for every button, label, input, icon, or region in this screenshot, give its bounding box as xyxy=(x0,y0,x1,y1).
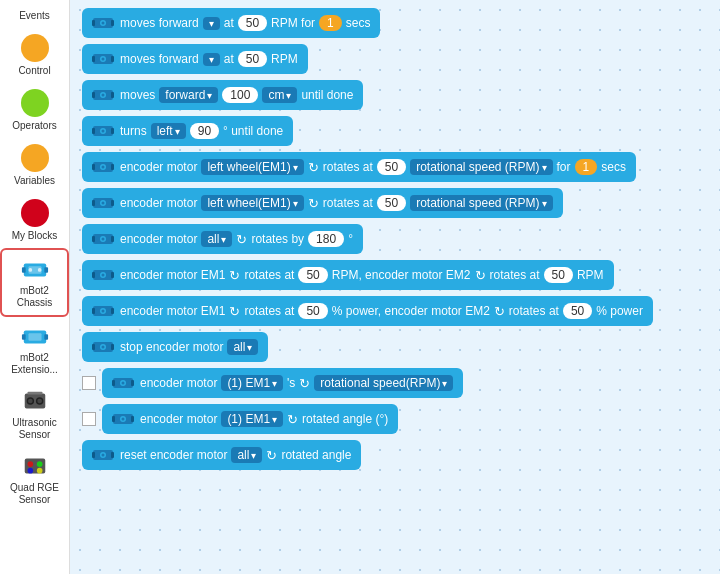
block-encoder-all-rotates[interactable]: encoder motor all ↺ rotates by 180 ° xyxy=(82,224,363,254)
block-text: encoder motor xyxy=(120,160,197,174)
svg-point-80 xyxy=(122,418,125,421)
block-reset-encoder[interactable]: reset encoder motor all ↺ rotated angle xyxy=(82,440,361,470)
block-moves-cm[interactable]: moves forward 100 cm until done xyxy=(82,80,363,110)
value-degrees[interactable]: 90 xyxy=(190,123,219,139)
block-encoder-em1-em2-rpm[interactable]: encoder motor EM1 ↺ rotates at 50 RPM, e… xyxy=(82,260,614,290)
value-rpm-2[interactable]: 50 xyxy=(238,51,267,67)
checkbox-11[interactable] xyxy=(82,376,96,390)
value-speed-8a[interactable]: 50 xyxy=(298,267,327,283)
value-secs-5[interactable]: 1 xyxy=(575,159,598,175)
svg-point-12 xyxy=(28,399,33,404)
block-text: % power, encoder motor EM2 xyxy=(332,304,490,318)
block-text: moves xyxy=(120,88,155,102)
svg-point-20 xyxy=(36,468,42,474)
dropdown-unit-cm[interactable]: cm xyxy=(262,87,297,103)
sidebar-item-label: My Blocks xyxy=(12,230,58,242)
value-secs-1[interactable]: 1 xyxy=(319,15,342,31)
block-moves-forward-rpm-secs[interactable]: moves forward at 50 RPM for 1 secs xyxy=(82,8,380,38)
dropdown-all-7[interactable]: all xyxy=(201,231,232,247)
dropdown-em1-12[interactable]: (1) EM1 xyxy=(221,411,283,427)
mbot2chassis-icon xyxy=(20,256,50,282)
svg-rect-53 xyxy=(111,236,114,242)
rotate-icon-11: ↺ xyxy=(299,376,310,391)
dropdown-direction-1[interactable] xyxy=(203,17,220,30)
svg-point-70 xyxy=(102,346,105,349)
value-power-9a[interactable]: 50 xyxy=(298,303,327,319)
block-row-1: moves forward at 50 RPM for 1 secs xyxy=(82,8,708,38)
dropdown-speed-type-5[interactable]: rotational speed (RPM) xyxy=(410,159,552,175)
block-encoder-wheel[interactable]: encoder motor left wheel(EM1) ↺ rotates … xyxy=(82,188,563,218)
dropdown-em1-11[interactable]: (1) EM1 xyxy=(221,375,283,391)
dropdown-speed-type-11[interactable]: rotational speed(RPM) xyxy=(314,375,453,391)
sidebar-item-quadrgb[interactable]: Quad RGESensor xyxy=(0,447,69,512)
svg-rect-42 xyxy=(92,164,95,170)
sidebar-item-events[interactable]: Events xyxy=(0,4,69,28)
sidebar-item-control[interactable]: Control xyxy=(0,28,69,83)
block-encoder-wheel-secs[interactable]: encoder motor left wheel(EM1) ↺ rotates … xyxy=(82,152,636,182)
svg-point-45 xyxy=(102,166,105,169)
svg-rect-62 xyxy=(92,308,95,314)
svg-rect-77 xyxy=(112,416,115,422)
block-encoder-angle-value[interactable]: encoder motor (1) EM1 ↺ rotated angle (°… xyxy=(102,404,398,434)
value-speed-6[interactable]: 50 xyxy=(377,195,406,211)
svg-rect-23 xyxy=(111,20,114,26)
rotate-icon-6: ↺ xyxy=(308,196,319,211)
svg-rect-68 xyxy=(111,344,114,350)
block-text: 's xyxy=(287,376,295,390)
svg-rect-73 xyxy=(131,380,134,386)
value-power-9b[interactable]: 50 xyxy=(563,303,592,319)
rotate-icon-12: ↺ xyxy=(287,412,298,427)
block-text: % power xyxy=(596,304,643,318)
svg-point-5 xyxy=(37,268,41,272)
svg-point-4 xyxy=(28,268,32,272)
block-encoder-em1-em2-power[interactable]: encoder motor EM1 ↺ rotates at 50 % powe… xyxy=(82,296,653,326)
block-turns[interactable]: turns left 90 ° until done xyxy=(82,116,293,146)
dropdown-wheel-6[interactable]: left wheel(EM1) xyxy=(201,195,303,211)
value-speed-8b[interactable]: 50 xyxy=(544,267,573,283)
sidebar-item-label: Operators xyxy=(12,120,56,132)
sidebar: Events Control Operators Variables My Bl… xyxy=(0,0,70,574)
sidebar-item-variables[interactable]: Variables xyxy=(0,138,69,193)
block-text: RPM for xyxy=(271,16,315,30)
block-text: reset encoder motor xyxy=(120,448,227,462)
sidebar-item-mbot2extension[interactable]: mBot2Extensio... xyxy=(0,317,69,382)
myblocks-icon xyxy=(21,199,49,227)
svg-rect-72 xyxy=(112,380,115,386)
block-moves-forward-rpm[interactable]: moves forward at 50 RPM xyxy=(82,44,308,74)
sidebar-item-ultrasonic[interactable]: UltrasonicSensor xyxy=(0,382,69,447)
motor-icon-7 xyxy=(92,231,114,247)
rotate-icon-9b: ↺ xyxy=(494,304,505,319)
dropdown-stop-all[interactable]: all xyxy=(227,339,258,355)
value-rpm-1[interactable]: 50 xyxy=(238,15,267,31)
motor-icon-5 xyxy=(92,159,114,175)
sidebar-item-operators[interactable]: Operators xyxy=(0,83,69,138)
block-text: moves forward xyxy=(120,16,199,30)
value-cm[interactable]: 100 xyxy=(222,87,258,103)
sidebar-item-mbot2chassis[interactable]: mBot2Chassis xyxy=(0,248,69,317)
block-text: encoder motor EM1 xyxy=(120,268,225,282)
sidebar-item-myblocks[interactable]: My Blocks xyxy=(0,193,69,248)
block-encoder-speed-value[interactable]: encoder motor (1) EM1 's ↺ rotational sp… xyxy=(102,368,463,398)
motor-icon-3 xyxy=(92,87,114,103)
value-speed-5[interactable]: 50 xyxy=(377,159,406,175)
sidebar-item-label: Events xyxy=(19,10,50,22)
block-text: encoder motor xyxy=(120,196,197,210)
rotate-icon-8b: ↺ xyxy=(475,268,486,283)
dropdown-turn-dir[interactable]: left xyxy=(151,123,186,139)
checkbox-12[interactable] xyxy=(82,412,96,426)
dropdown-wheel-5[interactable]: left wheel(EM1) xyxy=(201,159,303,175)
dropdown-direction-2[interactable] xyxy=(203,53,220,66)
block-text: stop encoder motor xyxy=(120,340,223,354)
block-text: moves forward xyxy=(120,52,199,66)
dropdown-direction-3[interactable]: forward xyxy=(159,87,218,103)
dropdown-reset-all[interactable]: all xyxy=(231,447,262,463)
block-text: encoder motor xyxy=(140,412,217,426)
dropdown-speed-type-6[interactable]: rotational speed (RPM) xyxy=(410,195,552,211)
value-degrees-7[interactable]: 180 xyxy=(308,231,344,247)
motor-icon-2 xyxy=(92,51,114,67)
block-text: encoder motor xyxy=(140,376,217,390)
motor-icon-10 xyxy=(92,339,114,355)
block-text: RPM xyxy=(271,52,298,66)
block-text: secs xyxy=(601,160,626,174)
block-stop-encoder[interactable]: stop encoder motor all xyxy=(82,332,268,362)
